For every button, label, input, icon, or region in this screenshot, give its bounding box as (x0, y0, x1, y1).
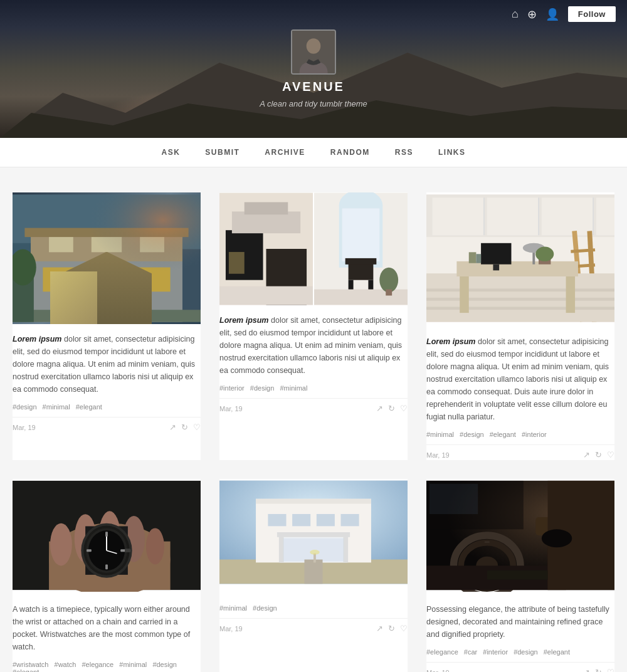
site-title: AVENUE (282, 80, 345, 94)
tag[interactable]: #design (253, 604, 277, 612)
share-icon[interactable]: ↗ (583, 450, 590, 460)
reblog-icon[interactable]: ↻ (388, 624, 395, 634)
share-icon[interactable]: ↗ (169, 423, 176, 433)
tag[interactable]: #minimal (219, 604, 247, 612)
svg-rect-104 (304, 560, 322, 584)
like-icon[interactable]: ♡ (400, 404, 408, 414)
svg-rect-26 (219, 286, 313, 305)
svg-rect-105 (314, 554, 316, 563)
tag[interactable]: #elegance (426, 648, 458, 656)
nav-rss[interactable]: RSS (395, 148, 413, 157)
tag[interactable]: #design (152, 661, 177, 668)
share-icon[interactable]: ↗ (376, 624, 383, 634)
svg-point-122 (542, 529, 572, 547)
share-icon[interactable]: ↗ (376, 404, 383, 414)
post-body: A watch is a timepiece, typically worn e… (13, 594, 201, 672)
svg-rect-31 (342, 208, 380, 261)
svg-rect-66 (476, 254, 481, 263)
post-card: Possessing elegance, the attribute of be… (426, 479, 614, 672)
tag[interactable]: #interior (522, 431, 547, 438)
post-date: Mar, 19 (426, 669, 450, 672)
svg-rect-101 (279, 534, 284, 562)
post-text: A watch is a timepiece, typically worn e… (13, 603, 201, 653)
tag[interactable]: #elegant (76, 403, 102, 411)
tag[interactable]: #design (460, 431, 484, 438)
tag[interactable]: #car (464, 648, 477, 656)
tag[interactable]: #interior (483, 648, 508, 656)
post-image (426, 479, 614, 594)
post-tags: #elegance #car #interior #design #elegan… (426, 648, 614, 656)
reblog-icon[interactable]: ↻ (595, 668, 602, 672)
svg-rect-60 (566, 276, 576, 313)
share-icon[interactable]: ↗ (583, 668, 590, 672)
post-tags: #design #minimal #elegant (13, 403, 201, 411)
svg-rect-41 (433, 197, 484, 235)
svg-rect-43 (542, 197, 593, 235)
post-card: Lorem ipsum dolor sit amet, consectetur … (219, 192, 408, 460)
like-icon[interactable]: ♡ (193, 423, 201, 433)
like-icon[interactable]: ♡ (607, 450, 614, 460)
tag[interactable]: #elegant (13, 668, 39, 672)
tag[interactable]: #elegance (82, 661, 113, 668)
tag[interactable]: #design (250, 384, 275, 392)
user-icon[interactable]: 👤 (545, 8, 559, 21)
tag[interactable]: #minimal (280, 384, 307, 392)
hero-content: AVENUE A clean and tidy tumblr theme (260, 29, 367, 108)
svg-point-72 (50, 523, 72, 566)
reblog-icon[interactable]: ↻ (388, 404, 395, 414)
post-body-text: dolor sit amet, consectetur adipisicing … (219, 316, 402, 375)
svg-rect-58 (456, 261, 578, 276)
svg-rect-27 (229, 252, 245, 274)
nav-ask[interactable]: ASK (161, 148, 180, 157)
tag[interactable]: #minimal (119, 661, 147, 668)
tag[interactable]: #minimal (43, 403, 70, 411)
post-footer: Mar, 19 ↗ ↻ ♡ (426, 662, 614, 672)
post-image (13, 479, 201, 594)
nav-submit[interactable]: SUBMIT (205, 148, 240, 157)
post-card: Lorem ipsum dolor sit amet, consectetur … (426, 192, 614, 460)
post-date: Mar, 19 (426, 451, 450, 459)
svg-rect-44 (596, 197, 614, 235)
compose-icon[interactable]: ⊕ (527, 8, 537, 21)
posts-grid: Lorem ipsum dolor sit amet, consectetur … (13, 192, 614, 672)
tag[interactable]: #design (514, 648, 538, 656)
tag[interactable]: #elegant (544, 648, 570, 656)
post-text: Lorem ipsum dolor sit amet, consectetur … (13, 333, 201, 396)
reblog-icon[interactable]: ↻ (181, 423, 188, 433)
svg-rect-55 (426, 288, 614, 291)
post-card: #minimal #design Mar, 19 ↗ ↻ ♡ (219, 479, 408, 672)
tag[interactable]: #wristwatch (13, 661, 48, 668)
svg-rect-36 (314, 290, 408, 305)
post-text: Possessing elegance, the attribute of be… (426, 603, 614, 641)
tag[interactable]: #elegant (490, 431, 516, 438)
post-actions: ↗ ↻ ♡ (583, 668, 614, 672)
svg-rect-24 (232, 211, 300, 233)
svg-rect-83 (105, 532, 108, 537)
tag[interactable]: #interior (219, 384, 245, 392)
nav-random[interactable]: RANDOM (330, 148, 370, 157)
post-tags: #minimal #design #elegant #interior (426, 431, 614, 438)
post-date: Mar, 19 (219, 405, 243, 412)
svg-rect-62 (493, 265, 499, 271)
nav-archive[interactable]: ARCHIVE (265, 148, 305, 157)
tag[interactable]: #design (13, 403, 37, 411)
like-icon[interactable]: ♡ (607, 668, 614, 672)
svg-point-76 (146, 528, 164, 564)
post-body: #minimal #design Mar, 19 ↗ ↻ ♡ (219, 588, 408, 634)
post-image-double (219, 192, 408, 305)
like-icon[interactable]: ♡ (400, 624, 408, 634)
follow-button[interactable]: Follow (568, 6, 616, 22)
svg-rect-100 (277, 532, 350, 537)
svg-rect-119 (487, 570, 548, 580)
post-footer: Mar, 19 ↗ ↻ ♡ (219, 398, 408, 414)
post-actions: ↗ ↻ ♡ (376, 404, 408, 414)
post-actions: ↗ ↻ ♡ (169, 423, 201, 433)
tag[interactable]: #watch (55, 661, 76, 668)
svg-rect-94 (256, 499, 371, 504)
post-body-text: A watch is a timepiece, typically worn e… (13, 605, 190, 651)
hero-section: ⌂ ⊕ 👤 Follow AVENUE A clea (0, 0, 627, 138)
reblog-icon[interactable]: ↻ (595, 450, 602, 460)
tag[interactable]: #minimal (426, 431, 454, 438)
nav-links[interactable]: LINKS (438, 148, 466, 157)
home-icon[interactable]: ⌂ (512, 8, 519, 21)
